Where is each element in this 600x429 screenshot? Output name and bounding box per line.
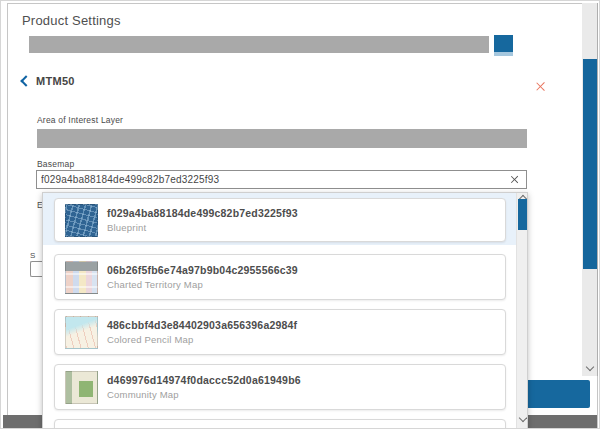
save-button[interactable]	[526, 380, 590, 408]
basemap-option-title: Blueprint	[107, 222, 298, 233]
basemap-input[interactable]: f029a4ba88184de499c82b7ed3225f93	[36, 170, 527, 189]
area-of-interest-input[interactable]	[37, 129, 527, 148]
redacted-field-top	[29, 36, 489, 53]
hidden-checkbox-fragment	[30, 261, 42, 277]
basemap-thumbnail-charted-territory	[65, 261, 98, 294]
chevron-left-icon	[20, 75, 31, 86]
basemap-option-community[interactable]: d469976d14974f0daccc52d0a61949b6 Communi…	[54, 364, 506, 410]
basemap-thumbnail-community	[65, 371, 98, 404]
basemap-option-colored-pencil[interactable]: 486cbbf4d3e84402903a656396a2984f Colored…	[54, 309, 506, 355]
basemap-option-charted-territory[interactable]: 06b26f5fb6e74a97b9b04c2955566c39 Charted…	[54, 254, 506, 300]
hidden-label-fragment-s: S	[30, 251, 35, 260]
top-action-button[interactable]	[494, 35, 513, 56]
basemap-label: Basemap	[37, 159, 74, 169]
basemap-thumbnail-colored-pencil	[65, 316, 98, 349]
back-link[interactable]: MTM50	[22, 74, 75, 88]
panel-scrollbar-thumb[interactable]	[583, 59, 597, 269]
area-of-interest-label: Area of Interest Layer	[37, 115, 123, 125]
dropdown-scrollbar-thumb[interactable]	[518, 199, 528, 230]
basemap-option-id: 486cbbf4d3e84402903a656396a2984f	[107, 319, 297, 331]
basemap-option-title: Community Map	[107, 389, 301, 400]
clear-input-icon[interactable]	[510, 175, 519, 184]
page-title: Product Settings	[22, 13, 121, 28]
basemap-option-partial[interactable]	[54, 419, 506, 429]
basemap-thumbnail-blueprint	[65, 204, 98, 237]
basemap-dropdown: f029a4ba88184de499c82b7ed3225f93 Bluepri…	[42, 192, 528, 429]
basemap-option-id: f029a4ba88184de499c82b7ed3225f93	[107, 207, 298, 219]
basemap-option-id: d469976d14974f0daccc52d0a61949b6	[107, 374, 301, 386]
product-name: MTM50	[36, 75, 75, 87]
basemap-option-title: Colored Pencil Map	[107, 334, 297, 345]
basemap-input-value: f029a4ba88184de499c82b7ed3225f93	[41, 174, 509, 185]
product-settings-dialog: Product Settings MTM50 Area of Interest …	[0, 0, 600, 429]
basemap-option-id: 06b26f5fb6e74a97b9b04c2955566c39	[107, 264, 298, 276]
close-icon[interactable]	[535, 81, 546, 92]
basemap-option-blueprint[interactable]: f029a4ba88184de499c82b7ed3225f93 Bluepri…	[54, 198, 506, 242]
basemap-option-title: Charted Territory Map	[107, 279, 298, 290]
